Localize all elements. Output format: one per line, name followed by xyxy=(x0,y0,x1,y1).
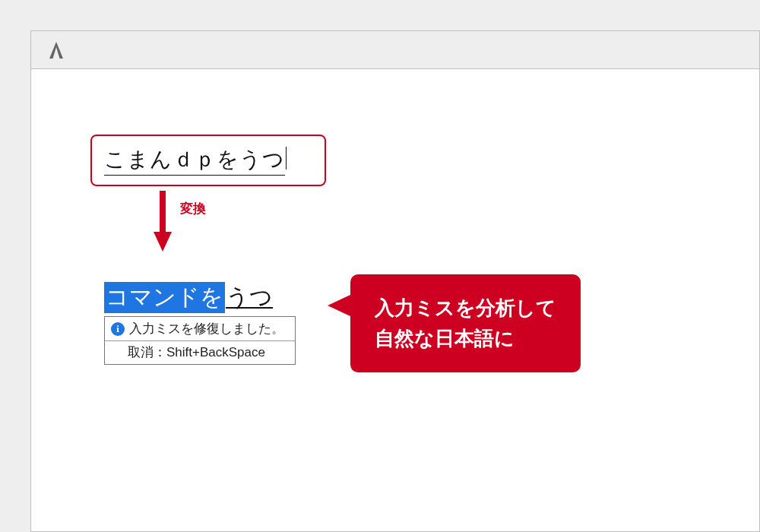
feature-callout: 入力ミスを分析して 自然な日本語に xyxy=(350,274,581,372)
candidate-selected-segment: コマンドを xyxy=(104,282,225,313)
arrow-down-icon xyxy=(153,191,173,253)
candidate-line[interactable]: コマンドを うつ xyxy=(104,282,296,313)
document-canvas: こまんｄｐをうつ 変換 コマンドを うつ i 入力ミスを修復しました。 取消：S… xyxy=(31,69,759,531)
app-window: こまんｄｐをうつ 変換 コマンドを うつ i 入力ミスを修復しました。 取消：S… xyxy=(30,30,760,532)
svg-marker-1 xyxy=(154,232,172,252)
title-bar xyxy=(31,31,759,69)
callout-line-2: 自然な日本語に xyxy=(375,323,556,353)
tooltip-message: 入力ミスを修復しました。 xyxy=(129,320,284,337)
text-caret xyxy=(286,147,287,169)
input-before-box: こまんｄｐをうつ xyxy=(90,135,326,186)
info-icon: i xyxy=(111,322,125,336)
callout-line-1: 入力ミスを分析して xyxy=(375,293,556,323)
atok-logo-icon xyxy=(48,40,65,60)
conversion-arrow-group: 変換 xyxy=(153,191,206,253)
ime-repair-tooltip: i 入力ミスを修復しました。 取消：Shift+BackSpace xyxy=(104,316,296,365)
candidate-remaining-segment: うつ xyxy=(225,282,273,313)
tooltip-undo-hint: 取消：Shift+BackSpace xyxy=(105,341,295,364)
input-before-text[interactable]: こまんｄｐをうつ xyxy=(104,145,285,176)
composition-text: こまんｄｐをうつ xyxy=(104,147,285,171)
arrow-label: 変換 xyxy=(180,200,206,217)
tooltip-message-row: i 入力ミスを修復しました。 xyxy=(105,317,295,341)
conversion-result-block: コマンドを うつ i 入力ミスを修復しました。 取消：Shift+BackSpa… xyxy=(104,282,296,365)
